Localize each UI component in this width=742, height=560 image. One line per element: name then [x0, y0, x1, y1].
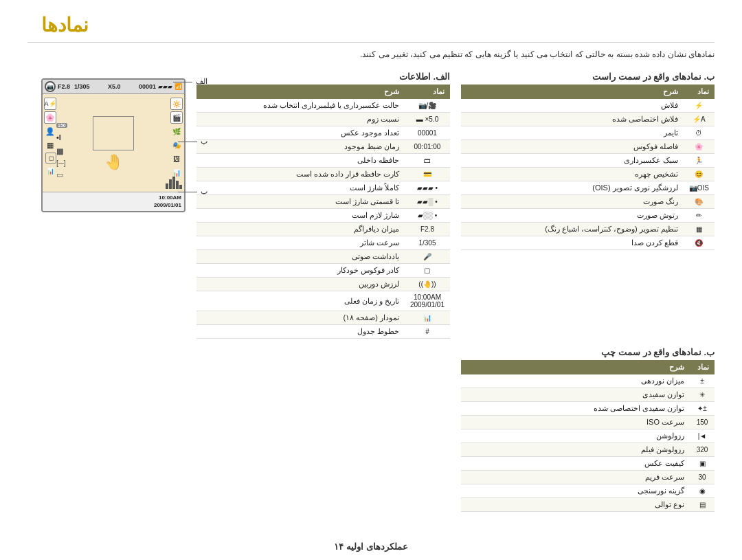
desc-cell: تا قسمتی شارژ است: [196, 195, 405, 209]
cam-date: 2009/01/01: [154, 202, 181, 209]
table-row: 🎤یادداشت صوتی: [196, 250, 450, 264]
section-left-heading: ب. نمادهای واقع در سمت چپ: [461, 347, 715, 357]
section-right-table: نماد شرح ⚡فلاش⚡Aفلاش اختصاصی شده⏱تایمر🌸ف…: [461, 85, 715, 250]
desc-cell: یادداشت صوتی: [196, 250, 405, 264]
desc-cell: فاصله فوکوس: [461, 140, 684, 154]
table-row: 😊تشخیص چهره: [461, 168, 715, 181]
icon-cell: 💳: [405, 168, 450, 181]
table-row: ▰░░ •شارژ لازم است: [196, 209, 450, 223]
desc-cell: توازن سفیدی: [461, 388, 690, 402]
table-row: 30سرعت فریم: [461, 471, 715, 484]
col-symbol-alef: نماد: [405, 85, 450, 99]
desc-cell: رزولوشن فیلم: [461, 443, 690, 457]
table-row: 📷/🎥حالت عکسبرداری یا فیلمبرداری انتخاب ش…: [196, 99, 450, 113]
cam-time-date: 10:00AM 2009/01/01: [154, 194, 181, 209]
table-row: ▢کادر فوکوس خودکار: [196, 264, 450, 278]
desc-cell: کارت حافظه قرار داده شده است: [196, 168, 405, 181]
section-left-table: نماد شرح ±میزان نوردهی✳توازن سفیدی✦±تواز…: [461, 360, 715, 512]
table-row: 📷OISلرزشگیر نوری تصویر (OIS): [461, 181, 715, 195]
icon-cell: 🔇: [684, 236, 715, 250]
icon-cell: #: [405, 325, 450, 339]
icon-cell: ⚡A: [684, 113, 715, 126]
desc-cell: نمودار (صفحه ۱۸): [196, 311, 405, 325]
cam-count: 00001: [139, 83, 156, 90]
table-row: ◉گزینه نورسنجی: [461, 484, 715, 498]
desc-cell: خطوط جدول: [196, 325, 405, 339]
table-row: ±میزان نوردهی: [461, 374, 715, 388]
main-content: 📷 F2.8 1/305 X5.0 00001 ▰▰▰ 📶 ⚡A: [27, 71, 715, 512]
desc-cell: کادر فوکوس خودکار: [196, 264, 405, 278]
table-row: 320رزولوشن فیلم: [461, 443, 715, 457]
title-divider: [27, 42, 715, 43]
desc-cell: تاریخ و زمان فعلی: [196, 291, 405, 311]
table-row: 1/305سرعت شاتر: [196, 236, 450, 250]
icon-cell: 00001: [405, 126, 450, 140]
desc-cell: رنگ صورت: [461, 195, 684, 209]
icon-cell: ▢: [405, 264, 450, 278]
cam-shutter-disp: 1/305: [74, 83, 90, 90]
table-row: 00001تعداد موجود عکس: [196, 126, 450, 140]
cam-top-bar: 📷 F2.8 1/305 X5.0 00001 ▰▰▰ 📶: [43, 80, 184, 94]
camera-screen: 📷 F2.8 1/305 X5.0 00001 ▰▰▰ 📶 ⚡A: [41, 78, 186, 212]
desc-cell: شارژ لازم است: [196, 209, 405, 223]
cam-right-icon2: 🎬: [170, 111, 183, 124]
table-row: ✳توازن سفیدی: [461, 388, 715, 402]
desc-cell: تشخیص چهره: [461, 168, 684, 181]
table-row: 📊نمودار (صفحه ۱۸): [196, 311, 450, 325]
icon-cell: ✳: [690, 388, 715, 402]
icon-cell: 📊: [405, 311, 450, 325]
table-row: ⚡فلاش: [461, 99, 715, 113]
table-row: ▣کیفیت عکس: [461, 457, 715, 471]
icon-cell: 🎤: [405, 250, 450, 264]
section-left-block: ب. نمادهای واقع در سمت چپ نماد شرح ±میزا…: [461, 347, 715, 512]
icon-cell: ✦±: [690, 402, 715, 416]
svg-rect-0: [166, 183, 168, 189]
table-row: 10:00AM 2009/01/01تاریخ و زمان فعلی: [196, 291, 450, 311]
icon-cell: 30: [690, 471, 715, 484]
col-symbol-right: نماد: [684, 85, 715, 99]
desc-cell: کاملاً شارژ است: [196, 181, 405, 195]
col-symbol-left: نماد: [690, 360, 715, 374]
col-desc-alef: شرح: [196, 85, 405, 99]
table-row: ▰▰▰ •کاملاً شارژ است: [196, 181, 450, 195]
desc-cell: میزان نوردهی: [461, 374, 690, 388]
label-alef: الف: [173, 77, 207, 86]
icon-cell: 150: [690, 416, 715, 429]
icon-cell: 1/305: [405, 236, 450, 250]
cam-icon-face2: 👤: [44, 125, 56, 137]
icon-cell: 🗃: [405, 154, 450, 168]
icon-cell: ⚡: [684, 99, 715, 113]
desc-cell: کیفیت عکس: [461, 457, 690, 471]
desc-cell: نوع توالی: [461, 498, 690, 512]
desc-cell: سرعت ISO: [461, 416, 690, 429]
cam-hand-icon: 🤚: [104, 153, 123, 171]
icon-cell: 320: [690, 443, 715, 457]
cam-icon-zoom: ⚡A: [44, 98, 56, 110]
camera-diagram: 📷 F2.8 1/305 X5.0 00001 ▰▰▰ 📶 ⚡A: [27, 78, 186, 214]
page-footer: عملکردهای اولیه ۱۴: [0, 541, 742, 552]
icon-cell: 📷/🎥: [405, 99, 450, 113]
table-row: |◄رزولوشن: [461, 429, 715, 443]
icon-cell: ±: [690, 374, 715, 388]
desc-cell: رزولوشن: [461, 429, 690, 443]
icon-cell: ✏: [684, 209, 715, 223]
icon-cell: 🌸: [684, 140, 715, 154]
table-row: ▤نوع توالی: [461, 498, 715, 512]
desc-cell: سرعت فریم: [461, 471, 690, 484]
col-desc-right: شرح: [461, 85, 684, 99]
section-alef-table: نماد شرح 📷/🎥حالت عکسبرداری یا فیلمبرداری…: [196, 85, 450, 339]
cam-f-value: F2.8: [58, 83, 70, 90]
icon-cell: ⏱: [684, 126, 715, 140]
table-row: 🌸فاصله فوکوس: [461, 140, 715, 154]
desc-cell: سرعت شاتر: [196, 236, 405, 250]
desc-cell: حافظه داخلی: [196, 154, 405, 168]
cam-right-icon5: 🖼: [170, 153, 183, 165]
table-row: #خطوط جدول: [196, 325, 450, 339]
icon-cell: ◉: [690, 484, 715, 498]
icon-cell: ▰▰▰ •: [405, 181, 450, 195]
cam-bottom-bar: 10:00AM 2009/01/01: [43, 192, 184, 211]
desc-cell: قطع کردن صدا: [461, 236, 684, 250]
cam-icon-square: ◻: [45, 153, 56, 164]
section-right-block: ب. نمادهای واقع در سمت راست نماد شرح ⚡فل…: [461, 71, 715, 250]
desc-cell: تایمر: [461, 126, 684, 140]
